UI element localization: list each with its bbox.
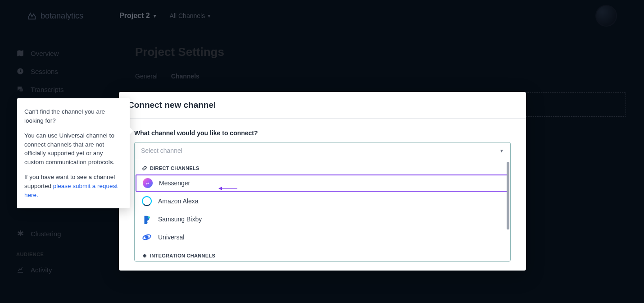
arrow-annotation [218, 187, 237, 190]
tooltip-p3: If you have want to see a channel suppor… [24, 173, 122, 199]
group-direct: DIRECT CHANNELS [135, 159, 510, 174]
universal-icon [142, 232, 152, 242]
tooltip-pointer-icon [130, 127, 133, 134]
option-bixby[interactable]: Samsung Bixby [135, 211, 510, 228]
channel-select[interactable]: Select channel ▼ DIRECT CHANNELS Messeng… [134, 142, 511, 262]
option-label: Amazon Alexa [158, 197, 199, 205]
puzzle-icon [142, 253, 147, 258]
link-icon [142, 165, 147, 171]
bixby-icon [142, 214, 152, 224]
option-label: Samsung Bixby [158, 216, 202, 223]
select-placeholder: Select channel [141, 147, 182, 154]
svg-point-3 [145, 235, 148, 239]
option-label: Universal [158, 234, 184, 241]
connect-channel-modal: Connect new channel What channel would y… [119, 92, 526, 271]
dropdown-panel: DIRECT CHANNELS Messenger Amazon Alexa S… [135, 159, 510, 261]
option-messenger[interactable]: Messenger [136, 174, 509, 192]
alexa-icon [142, 196, 152, 206]
option-universal[interactable]: Universal [135, 229, 510, 246]
option-alexa[interactable]: Amazon Alexa [135, 193, 510, 210]
chevron-down-icon: ▼ [499, 148, 504, 153]
arrow-left-icon [218, 187, 222, 190]
svg-point-1 [148, 216, 150, 219]
messenger-icon [143, 178, 153, 188]
tooltip-p2: You can use Universal channel to connect… [24, 131, 122, 166]
option-label: Messenger [159, 179, 190, 187]
tooltip-p1: Can't find the channel you are looking f… [24, 107, 122, 125]
info-tooltip: Can't find the channel you are looking f… [17, 98, 130, 208]
scrollbar[interactable] [507, 162, 509, 230]
modal-header: Connect new channel [119, 92, 526, 119]
question-label: What channel would you like to connect? [134, 129, 511, 137]
modal-body: What channel would you like to connect? … [119, 119, 526, 271]
select-input[interactable]: Select channel ▼ [135, 142, 510, 159]
modal-title: Connect new channel [128, 100, 517, 110]
group-integration: INTEGRATION CHANNELS [135, 247, 510, 261]
